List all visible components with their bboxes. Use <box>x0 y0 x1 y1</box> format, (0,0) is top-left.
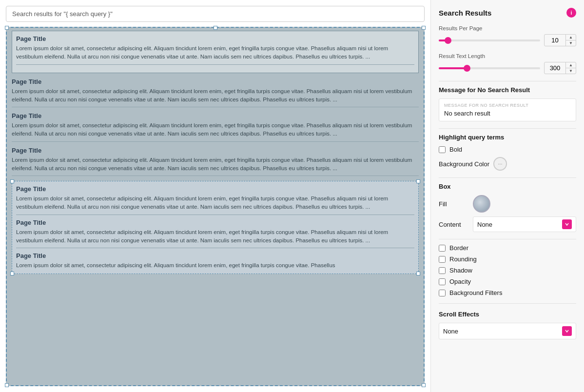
background-color-label: Background Color <box>439 160 489 168</box>
no-result-input-value: No search result <box>444 110 571 117</box>
info-icon[interactable]: i <box>566 8 576 18</box>
divider-1 <box>439 81 576 81</box>
lorem-text-1: Lorem ipsum dolor sit amet, consectetur … <box>16 44 414 65</box>
bold-row: Bold <box>439 146 576 153</box>
content-area: Page Title Lorem ipsum dolor sit amet, c… <box>6 27 425 386</box>
results-per-page-label: Results Per Page <box>439 25 576 31</box>
results-per-page-value: 10 <box>545 35 566 46</box>
result-text-length-stepper[interactable]: 300 ▲ ▼ <box>544 62 576 74</box>
lorem-text-6: Lorem ipsum dolor sit amet, consectetur … <box>16 228 414 249</box>
scroll-section: Scroll Effects None <box>439 311 576 339</box>
result-text-length-value: 300 <box>545 62 566 74</box>
divider-4 <box>439 239 576 239</box>
divider-5 <box>439 303 576 304</box>
bg-filters-row: Background Filters <box>439 289 576 296</box>
page-title-4: Page Title <box>12 147 419 154</box>
bold-checkbox[interactable] <box>439 146 446 153</box>
shadow-label: Shadow <box>449 267 472 274</box>
rounding-row: Rounding <box>439 255 576 263</box>
content-select-value: None <box>477 221 492 228</box>
rounding-checkbox[interactable] <box>439 256 446 263</box>
divider-3 <box>439 177 576 178</box>
lorem-text-5: Lorem ipsum dolor sit amet, consectetur … <box>16 195 414 215</box>
box-section: Box Fill Content None <box>439 183 576 232</box>
divider-2 <box>439 128 576 129</box>
no-result-box[interactable]: MESSAGE FOR NO SEARCH RESULT No search r… <box>439 98 576 121</box>
result-text-length-label: Result Text Length <box>439 53 576 59</box>
result-text-length-up[interactable]: ▲ <box>566 62 576 68</box>
scroll-effects-title: Scroll Effects <box>439 311 576 318</box>
panel-header: Search Results i <box>439 8 576 18</box>
result-block-4: Page Title Lorem ipsum dolor sit amet, c… <box>12 147 419 176</box>
content-row: Content None <box>439 216 576 232</box>
shadow-checkbox[interactable] <box>439 267 446 274</box>
border-label: Border <box>449 244 468 252</box>
scroll-effects-value: None <box>443 328 458 335</box>
page-title-2: Page Title <box>12 78 419 85</box>
no-result-section: Message for No Search Result MESSAGE FOR… <box>439 86 576 121</box>
fill-color-picker[interactable] <box>473 195 490 213</box>
opacity-row: Opacity <box>439 278 576 285</box>
page-title-6: Page Title <box>16 219 414 226</box>
border-row: Border <box>439 244 576 252</box>
bold-label: Bold <box>449 146 462 153</box>
result-text-length-section: Result Text Length 300 ▲ ▼ <box>439 53 576 74</box>
content-label: Content <box>439 221 473 228</box>
result-block-5-selected: Page Title Lorem ipsum dolor sit amet, c… <box>12 181 419 274</box>
page-title-5: Page Title <box>16 185 414 193</box>
lorem-text-2: Lorem ipsum dolor sit amet, consectetur … <box>12 87 419 108</box>
results-per-page-stepper[interactable]: 10 ▲ ▼ <box>544 34 576 46</box>
left-panel: Search results for "{ search query }" Pa… <box>0 0 430 392</box>
results-per-page-up[interactable]: ▲ <box>566 35 576 40</box>
results-per-page-slider-row: 10 ▲ ▼ <box>439 34 576 46</box>
page-title-7: Page Title <box>16 252 414 259</box>
lorem-text-7: Lorem ipsum dolor sit amet, consectetur … <box>16 261 414 270</box>
rounding-label: Rounding <box>449 255 477 263</box>
result-block-2: Page Title Lorem ipsum dolor sit amet, c… <box>12 78 419 108</box>
result-text-length-slider-row: 300 ▲ ▼ <box>439 62 576 74</box>
results-per-page-down[interactable]: ▼ <box>566 40 576 46</box>
background-color-row: Background Color ··· <box>439 157 576 171</box>
results-per-page-slider[interactable] <box>439 39 540 41</box>
page-title-1: Page Title <box>16 35 414 42</box>
page-title-3: Page Title <box>12 112 419 119</box>
result-text-length-arrows: ▲ ▼ <box>566 62 576 74</box>
search-bar: Search results for "{ search query }" <box>6 6 425 22</box>
border-checkbox[interactable] <box>439 245 446 252</box>
background-color-picker[interactable]: ··· <box>493 157 507 171</box>
results-per-page-arrows: ▲ ▼ <box>566 35 576 46</box>
handle-2-bl[interactable] <box>10 272 14 275</box>
handle-2-tl[interactable] <box>10 179 14 183</box>
bg-filters-label: Background Filters <box>449 289 502 296</box>
content-select-chevron[interactable] <box>562 219 572 229</box>
result-text-length-down[interactable]: ▼ <box>566 68 576 74</box>
handle-2-br[interactable] <box>416 272 420 275</box>
canvas-area: Page Title Lorem ipsum dolor sit amet, c… <box>6 27 425 386</box>
fill-label: Fill <box>439 200 473 208</box>
box-options-section: Border Rounding Shadow Opacity Backgroun… <box>439 244 576 296</box>
no-result-input-label: MESSAGE FOR NO SEARCH RESULT <box>444 103 571 108</box>
shadow-row: Shadow <box>439 267 576 274</box>
no-result-section-title: Message for No Search Result <box>439 86 576 94</box>
box-title: Box <box>439 183 576 190</box>
panel-title: Search Results <box>439 9 491 17</box>
content-select[interactable]: None <box>473 216 576 232</box>
fill-row: Fill <box>439 195 576 213</box>
result-block-3: Page Title Lorem ipsum dolor sit amet, c… <box>12 112 419 142</box>
lorem-text-3: Lorem ipsum dolor sit amet, consectetur … <box>12 121 419 142</box>
result-block-selected: Page Title Lorem ipsum dolor sit amet, c… <box>12 31 419 73</box>
bg-filters-checkbox[interactable] <box>439 290 446 296</box>
results-per-page-section: Results Per Page 10 ▲ ▼ <box>439 25 576 46</box>
scroll-effects-select[interactable]: None <box>439 323 576 339</box>
highlight-title: Highlight query terms <box>439 134 576 141</box>
right-panel: Search Results i Results Per Page 10 ▲ ▼… <box>430 0 584 392</box>
opacity-label: Opacity <box>449 278 471 285</box>
scroll-effects-chevron[interactable] <box>562 326 572 336</box>
highlight-section: Highlight query terms Bold Background Co… <box>439 134 576 171</box>
handle-2-tr[interactable] <box>416 179 420 183</box>
opacity-checkbox[interactable] <box>439 278 446 285</box>
lorem-text-4: Lorem ipsum dolor sit amet, consectetur … <box>12 156 419 176</box>
result-text-length-slider[interactable] <box>439 67 540 69</box>
